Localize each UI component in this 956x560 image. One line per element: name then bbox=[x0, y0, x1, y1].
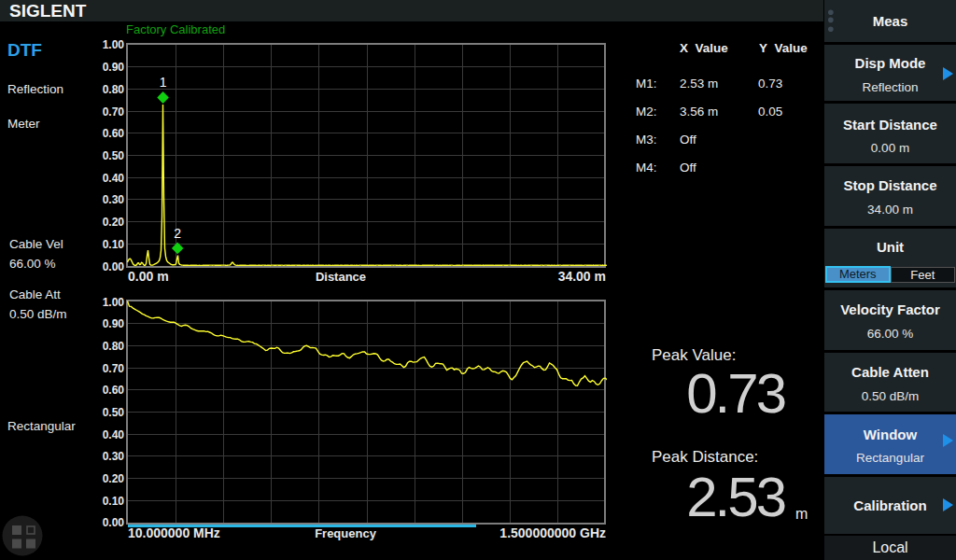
svg-text:2: 2 bbox=[174, 226, 181, 241]
svg-text:1: 1 bbox=[160, 75, 167, 90]
